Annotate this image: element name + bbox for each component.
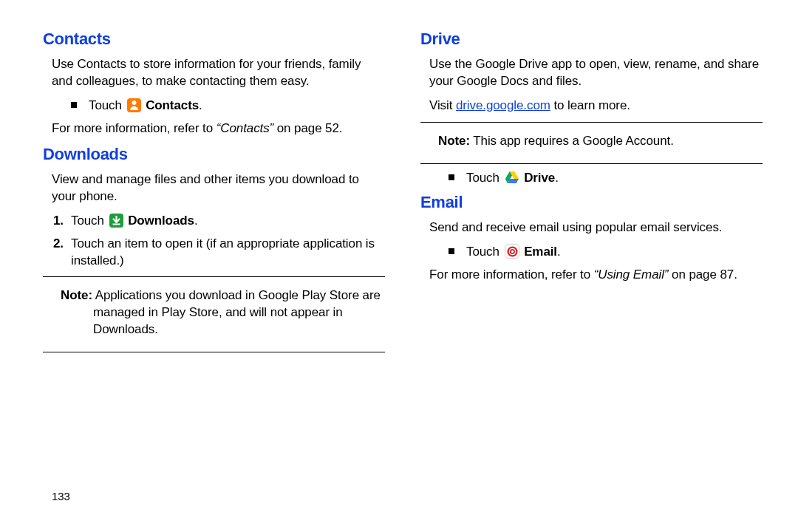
divider (43, 276, 385, 277)
square-bullet-icon (449, 248, 454, 254)
page-number: 133 (52, 490, 70, 502)
drive-visit: Visit drive.google.com to learn more. (420, 98, 763, 115)
email-heading: Email (420, 193, 763, 212)
ref-italic: “Using Email” (594, 267, 669, 282)
divider (420, 122, 763, 123)
ref-post: on page 87. (668, 267, 737, 282)
downloads-step-1: 1.Touch Downloads. (43, 213, 385, 230)
downloads-intro: View and manage files and other items yo… (43, 171, 385, 205)
visit-pre: Visit (429, 98, 456, 112)
svg-point-4 (511, 250, 513, 252)
drive-app-label: Drive (524, 171, 555, 185)
note-label: Note: (61, 288, 92, 302)
square-bullet-icon (71, 102, 77, 108)
email-intro: Send and receive email using popular ema… (420, 219, 763, 236)
divider (420, 163, 763, 164)
step-text: Touch an item to open it (if an appropri… (71, 236, 375, 267)
period: . (555, 171, 559, 185)
touch-text: Touch (71, 214, 104, 228)
drive-note: Note: This app requires a Google Account… (420, 129, 763, 156)
right-column: Drive Use the Google Drive app to open, … (420, 30, 763, 358)
drive-touch-line: Touch Drive. (420, 170, 763, 187)
drive-intro: Use the Google Drive app to open, view, … (420, 56, 763, 90)
period: . (557, 245, 561, 259)
touch-text: Touch (466, 245, 499, 259)
square-bullet-icon (449, 174, 454, 180)
divider (43, 352, 385, 352)
touch-text: Touch (89, 98, 122, 112)
ref-post: on page 52. (273, 121, 342, 135)
email-ref: For more information, refer to “Using Em… (420, 267, 763, 284)
note-text: Applications you download in Google Play… (93, 288, 381, 336)
period: . (199, 98, 202, 112)
ref-pre: For more information, refer to (52, 121, 216, 135)
note-text: This app requires a Google Account. (473, 134, 674, 148)
email-app-label: Email (524, 245, 557, 259)
downloads-heading: Downloads (43, 145, 385, 164)
downloads-note: Note: Applications you download in Googl… (43, 283, 385, 344)
contacts-icon (127, 98, 141, 112)
downloads-step-2: 2.Touch an item to open it (if an approp… (43, 236, 385, 270)
svg-point-0 (132, 100, 136, 105)
downloads-app-label: Downloads (128, 214, 194, 228)
period: . (194, 214, 198, 228)
svg-rect-1 (112, 223, 120, 225)
drive-heading: Drive (420, 30, 763, 49)
page-content: Contacts Use Contacts to store informati… (0, 0, 798, 358)
ref-italic: “Contacts” (216, 121, 273, 135)
contacts-ref: For more information, refer to “Contacts… (43, 120, 385, 137)
contacts-intro: Use Contacts to store information for yo… (43, 56, 385, 90)
contacts-touch-line: Touch Contacts. (43, 98, 385, 115)
drive-icon (505, 171, 519, 185)
touch-text: Touch (466, 171, 499, 185)
drive-link[interactable]: drive.google.com (456, 98, 550, 112)
downloads-icon (109, 214, 123, 228)
email-icon (505, 244, 519, 259)
contacts-heading: Contacts (43, 30, 385, 49)
step-number: 1. (53, 213, 71, 230)
email-touch-line: Touch Email. (420, 244, 763, 261)
visit-post: to learn more. (550, 98, 630, 112)
note-label: Note: (438, 134, 470, 148)
contacts-app-label: Contacts (146, 98, 199, 112)
ref-pre: For more information, refer to (429, 267, 594, 282)
left-column: Contacts Use Contacts to store informati… (43, 30, 385, 358)
step-number: 2. (53, 236, 71, 253)
